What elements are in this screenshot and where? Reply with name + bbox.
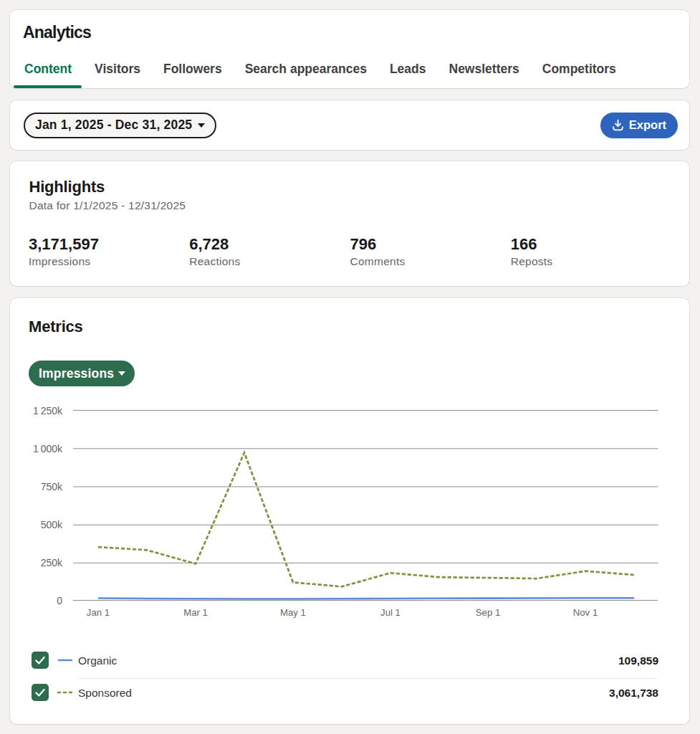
- svg-text:Jan 1: Jan 1: [87, 607, 110, 618]
- svg-text:500k: 500k: [41, 519, 63, 530]
- svg-text:Jul 1: Jul 1: [380, 607, 401, 618]
- svg-text:1 000k: 1 000k: [33, 443, 63, 454]
- svg-text:1 250k: 1 250k: [33, 405, 63, 416]
- svg-text:750k: 750k: [41, 481, 63, 492]
- svg-text:Sep 1: Sep 1: [476, 607, 500, 618]
- svg-text:0: 0: [57, 595, 62, 606]
- svg-text:May 1: May 1: [280, 607, 306, 618]
- svg-text:Nov 1: Nov 1: [573, 607, 598, 618]
- svg-text:250k: 250k: [41, 557, 63, 568]
- svg-text:Mar 1: Mar 1: [183, 607, 208, 618]
